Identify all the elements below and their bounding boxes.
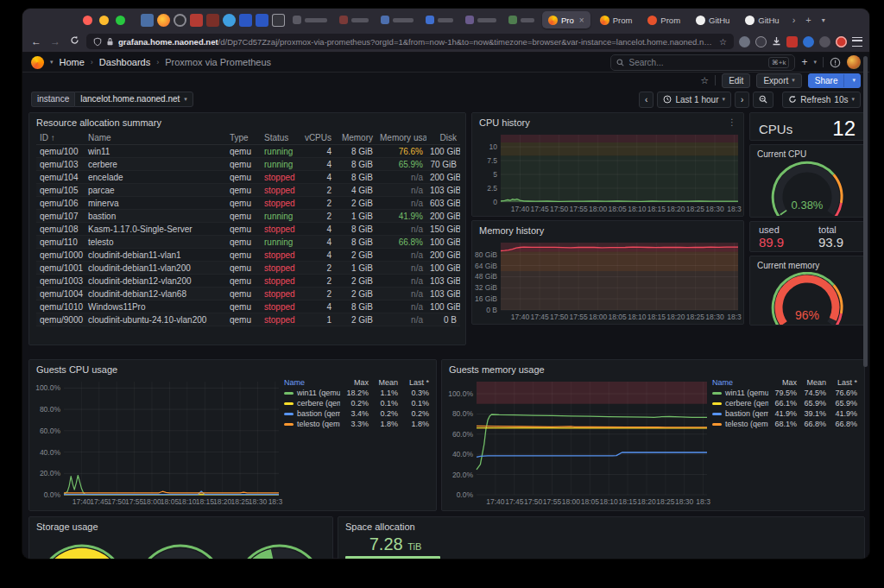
panel-title[interactable]: CPU history bbox=[479, 117, 530, 128]
zoom-out-button[interactable] bbox=[753, 92, 774, 108]
legend-series[interactable]: win11 (qemu) bbox=[712, 389, 768, 397]
legend-series[interactable]: bastion (qemu) bbox=[712, 409, 768, 418]
table-row[interactable]: qemu/108Kasm-1.17.0-Single-Serverqemusto… bbox=[36, 223, 460, 236]
edit-button[interactable]: Edit bbox=[722, 73, 750, 88]
tab-prom[interactable]: Prom bbox=[641, 11, 686, 28]
time-shift-back-button[interactable]: ‹ bbox=[639, 92, 654, 108]
extension-blue-icon[interactable] bbox=[803, 36, 814, 47]
table-row[interactable]: qemu/103cerbereqemurunning48 GiB65.9%70 … bbox=[36, 158, 460, 171]
pinned-tab-target-icon[interactable] bbox=[174, 14, 186, 27]
browser-tab[interactable] bbox=[335, 12, 373, 28]
table-row[interactable]: qemu/110telestoqemurunning48 GiB66.8%100… bbox=[36, 236, 460, 249]
browser-tab[interactable] bbox=[461, 12, 501, 28]
menu-icon[interactable] bbox=[852, 37, 862, 47]
legend-header[interactable]: Name bbox=[284, 378, 340, 387]
column-header[interactable]: Type bbox=[226, 131, 261, 145]
table-row[interactable]: qemu/9000cloudinit-ubuntu-24.10-vlan200q… bbox=[36, 313, 460, 326]
extension-blocker-icon[interactable] bbox=[836, 36, 847, 47]
minimize-window-button[interactable] bbox=[99, 16, 109, 25]
new-caret-icon[interactable]: ▾ bbox=[813, 59, 817, 66]
export-button[interactable]: Export▾ bbox=[756, 73, 801, 88]
time-range-picker[interactable]: Last 1 hour▾ bbox=[657, 92, 731, 108]
panel-title[interactable]: Current CPU bbox=[757, 149, 806, 159]
legend-header[interactable]: Last * bbox=[826, 378, 857, 387]
column-header[interactable]: ID ↑ bbox=[36, 131, 85, 145]
column-header[interactable]: vCPUs bbox=[300, 131, 335, 145]
tab-proxmox-active[interactable]: Pro × bbox=[542, 11, 590, 28]
pinned-tab-firefox-icon[interactable] bbox=[157, 14, 170, 27]
pinned-tab-red-app-icon[interactable] bbox=[206, 14, 219, 27]
extension-globe-icon[interactable] bbox=[739, 36, 750, 47]
instance-variable-picker[interactable]: instance lancelot.home.naoned.net▾ bbox=[31, 92, 193, 107]
cpu-history-chart[interactable]: 02.557.51017:4017:4517:5017:5518:0018:05… bbox=[472, 130, 743, 215]
reload-button[interactable] bbox=[67, 35, 81, 47]
scrollbar-thumb[interactable] bbox=[863, 56, 868, 367]
tab-prom[interactable]: Prom bbox=[594, 11, 639, 28]
legend-header[interactable]: Max bbox=[340, 378, 369, 387]
table-row[interactable]: qemu/105parcaeqemustopped24 GiBn/a103 Gi… bbox=[36, 184, 460, 197]
tracking-shield-icon[interactable] bbox=[93, 37, 102, 47]
share-caret-icon[interactable]: ▾ bbox=[848, 77, 860, 84]
refresh-button[interactable]: Refresh 10s ▾ bbox=[782, 92, 861, 108]
zoom-window-button[interactable] bbox=[116, 16, 125, 25]
list-tabs-icon[interactable]: ▾ bbox=[818, 16, 829, 24]
close-tab-icon[interactable]: × bbox=[579, 16, 584, 25]
column-header[interactable]: Memory bbox=[335, 131, 376, 145]
legend-series[interactable]: telesto (qemu) bbox=[712, 420, 768, 428]
tab-overflow-icon[interactable]: › bbox=[789, 15, 799, 25]
download-icon[interactable] bbox=[772, 34, 781, 49]
help-icon[interactable] bbox=[830, 57, 841, 68]
pinned-tab-vault-icon[interactable] bbox=[239, 14, 252, 27]
browser-tab[interactable] bbox=[504, 12, 539, 28]
legend-series[interactable]: telesto (qemu) bbox=[284, 420, 340, 428]
new-button[interactable]: + bbox=[801, 56, 807, 68]
extension-share-icon[interactable] bbox=[755, 36, 767, 47]
grafana-logo-icon[interactable] bbox=[31, 56, 44, 69]
legend-series[interactable]: cerbere (qemu) bbox=[284, 399, 340, 408]
panel-title[interactable]: Resource allocation summary bbox=[36, 117, 161, 128]
pinned-tab-grid-icon[interactable] bbox=[141, 14, 154, 27]
extension-shield-icon[interactable] bbox=[786, 36, 798, 47]
table-row[interactable]: qemu/1003cloudinit-debian12-vlan200qemus… bbox=[36, 275, 460, 288]
pinned-tab-homeassistant-icon[interactable] bbox=[223, 14, 236, 27]
table-row[interactable]: qemu/1000cloudinit-debian11-vlan1qemusto… bbox=[36, 249, 460, 262]
browser-tab[interactable] bbox=[288, 12, 332, 28]
new-tab-button[interactable]: + bbox=[802, 15, 814, 25]
legend-header[interactable]: Last * bbox=[398, 378, 429, 387]
table-row[interactable]: qemu/1010Windows11Proqemustopped48 GiBn/… bbox=[36, 300, 460, 313]
legend-series[interactable]: bastion (qemu) bbox=[284, 409, 340, 418]
legend-header[interactable]: Mean bbox=[369, 378, 398, 387]
table-row[interactable]: qemu/107bastionqemurunning21 GiB41.9%200… bbox=[36, 210, 460, 223]
org-switcher-caret-icon[interactable]: ▾ bbox=[50, 59, 54, 66]
share-button[interactable]: Share▾ bbox=[808, 73, 861, 88]
tab-githu[interactable]: GitHu bbox=[739, 11, 785, 28]
panel-title[interactable]: Guests CPU usage bbox=[36, 364, 117, 375]
panel-title[interactable]: Memory history bbox=[479, 225, 544, 236]
panel-title[interactable]: Space allocation bbox=[345, 522, 415, 532]
close-window-button[interactable] bbox=[83, 16, 92, 25]
browser-tab[interactable] bbox=[421, 12, 458, 28]
time-shift-forward-button[interactable]: › bbox=[735, 92, 749, 108]
user-avatar[interactable] bbox=[847, 55, 861, 69]
legend-header[interactable]: Mean bbox=[797, 378, 826, 387]
table-row[interactable]: qemu/1001cloudinit-debian11-vlan200qemus… bbox=[36, 262, 460, 275]
url-bar[interactable]: grafana.home.naoned.net/d/Dp7Cd57Zzaj/pr… bbox=[86, 34, 734, 49]
legend-series[interactable]: win11 (qemu) bbox=[284, 389, 340, 397]
memory-history-chart[interactable]: 0 B16 GiB32 GiB48 GiB64 GiB80 GiB17:4017… bbox=[472, 237, 743, 323]
guests-cpu-chart[interactable]: 0.0%20.0%40.0%60.0%80.0%100.0%17:4017:45… bbox=[29, 376, 284, 508]
table-row[interactable]: qemu/106minervaqemustopped22 GiBn/a603 G… bbox=[36, 197, 460, 210]
favorite-star-icon[interactable]: ☆ bbox=[700, 75, 709, 86]
legend-header[interactable]: Name bbox=[712, 378, 768, 387]
search-input[interactable]: Search... ⌘+k bbox=[610, 54, 795, 71]
column-header[interactable]: Name bbox=[85, 131, 226, 145]
panel-menu-icon[interactable]: ⋮ bbox=[728, 117, 736, 128]
panel-title[interactable]: Storage usage bbox=[36, 522, 98, 532]
table-row[interactable]: qemu/1004cloudinit-debian12-vlan68qemust… bbox=[36, 288, 460, 300]
column-header[interactable]: Status bbox=[261, 131, 300, 145]
breadcrumb-dashboards[interactable]: Dashboards bbox=[99, 57, 150, 67]
refresh-interval-dropdown[interactable]: 10s bbox=[834, 95, 848, 104]
table-row[interactable]: qemu/104enceladeqemustopped48 GiBn/a200 … bbox=[36, 171, 460, 184]
forward-button[interactable]: → bbox=[48, 35, 62, 47]
bookmark-star-icon[interactable]: ☆ bbox=[719, 37, 727, 47]
column-header[interactable]: Disk bbox=[426, 131, 460, 145]
